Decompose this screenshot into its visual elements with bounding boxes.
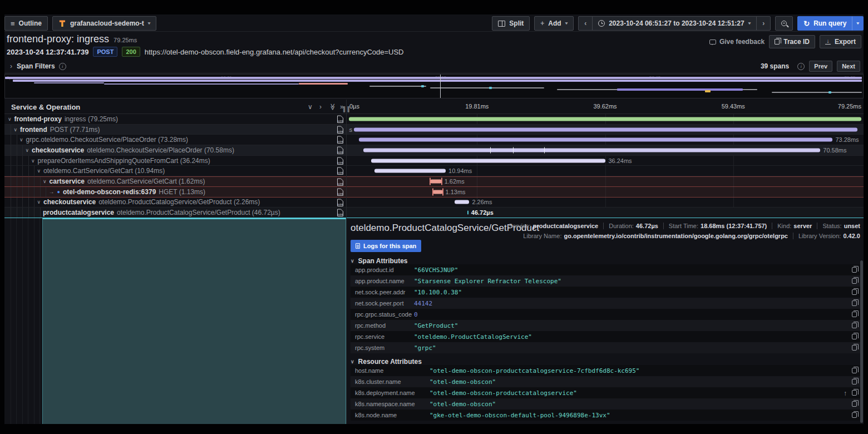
prev-button[interactable]: Prev	[809, 61, 832, 72]
meta-label: Library Name:	[523, 233, 561, 239]
span-filters-label[interactable]: Span Filters	[17, 62, 55, 70]
span-row[interactable]: →●otel-demo-obscon-redis:6379HGET (1.13m…	[4, 187, 864, 198]
copy-icon[interactable]	[852, 289, 857, 295]
attribute-key: k8s.namespace.name	[355, 401, 430, 407]
span-event-tick	[544, 147, 545, 153]
zoom-out-button[interactable]	[775, 16, 793, 31]
span-tree-cell[interactable]: ∨oteldemo.CartService/GetCart (10.94ms)	[4, 166, 346, 176]
copy-icon[interactable]	[852, 312, 857, 317]
span-row[interactable]: ∨frontend-proxyingress (79.25ms)LOG	[4, 114, 864, 125]
span-row[interactable]: ∨frontendPOST (77.71ms)LOG77.71ms	[4, 125, 864, 135]
chevron-down-icon[interactable]: ∨	[31, 158, 35, 164]
span-duration-bar[interactable]	[430, 180, 442, 184]
span-duration-bar[interactable]	[467, 211, 468, 215]
time-shift-forward-button[interactable]: ›	[756, 16, 771, 31]
logs-for-span-button[interactable]: Logs for this span	[351, 240, 421, 252]
datasource-picker[interactable]: grafanacloud-sedemo-t ▾	[52, 16, 156, 31]
copy-icon[interactable]	[852, 334, 857, 339]
copy-icon[interactable]	[852, 323, 857, 328]
scrollbar[interactable]	[860, 260, 863, 423]
give-feedback-link[interactable]: Give feedback	[709, 38, 765, 46]
export-button[interactable]: ↓ Export	[820, 35, 861, 48]
span-tree-cell[interactable]: ∨checkoutserviceoteldemo.ProductCatalogS…	[4, 198, 346, 208]
arrow-right-icon: →	[49, 189, 55, 195]
span-tree-cell[interactable]: →●otel-demo-obscon-redis:6379HGET (1.13m…	[4, 187, 346, 197]
time-shift-back-button[interactable]: ‹	[578, 16, 593, 31]
span-row[interactable]: ∨oteldemo.CartService/GetCart (10.94ms)L…	[4, 166, 864, 176]
span-duration-bar[interactable]	[433, 190, 442, 194]
span-duration-bar[interactable]	[371, 159, 606, 162]
chevron-down-icon: ▾	[148, 21, 151, 26]
span-duration-bar[interactable]	[455, 200, 470, 204]
span-row[interactable]: ∨prepareOrderItemsAndShippingQuoteFromCa…	[4, 156, 864, 166]
svg-text:LOG: LOG	[338, 193, 343, 195]
copy-icon[interactable]	[852, 412, 857, 418]
outline-button[interactable]: ≡ Outline	[4, 16, 48, 31]
run-query-dropdown[interactable]: ▾	[852, 16, 864, 31]
add-button[interactable]: + Add ▾	[534, 16, 574, 31]
span-duration-bar[interactable]	[374, 169, 446, 173]
run-query-button[interactable]: ↻ Run query	[797, 16, 852, 31]
attribute-row: host.name"otel-demo-obscon-productcatalo…	[351, 365, 861, 376]
chevron-down-icon[interactable]: ∨	[8, 116, 12, 122]
span-tree-cell[interactable]: ∨frontendPOST (77.71ms)	[4, 125, 346, 135]
span-tree-cell[interactable]: ∨cartserviceoteldemo.CartService/GetCart…	[4, 177, 346, 186]
span-tree-cell[interactable]: productcatalogserviceoteldemo.ProductCat…	[4, 208, 346, 218]
chevron-down-icon[interactable]: ∨	[14, 127, 18, 132]
expand-one-icon[interactable]: ›	[319, 103, 322, 111]
span-duration-bar[interactable]	[359, 138, 832, 142]
span-filters-bar: › Span Filters i 39 spans i Prev Next	[4, 60, 864, 73]
span-attributes-section[interactable]: ∨ Span Attributes	[351, 257, 408, 265]
span-duration-bar[interactable]	[363, 148, 821, 152]
pane-splitter[interactable]	[346, 100, 347, 424]
clock-icon	[598, 20, 605, 27]
copy-icon[interactable]	[852, 390, 857, 396]
span-tree-cell[interactable]: ∨frontend-proxyingress (79.25ms)	[4, 114, 346, 124]
span-row[interactable]: ∨grpc.oteldemo.CheckoutService/PlaceOrde…	[4, 135, 864, 145]
span-row[interactable]: productcatalogserviceoteldemo.ProductCat…	[4, 208, 864, 218]
trace-id-button[interactable]: Trace ID	[769, 35, 815, 48]
span-duration-bar[interactable]	[354, 127, 857, 131]
scroll-to-top-icon[interactable]: ↑	[844, 389, 847, 397]
chevron-down-icon[interactable]: ∨	[43, 179, 47, 184]
chevron-right-icon[interactable]: ›	[10, 62, 12, 70]
span-duration-bar[interactable]	[349, 117, 861, 121]
toolbar-divider	[4, 31, 864, 32]
copy-icon[interactable]	[852, 300, 857, 306]
meta-value: 18.68ms (12:37:41.757)	[701, 223, 767, 229]
span-tree-cell[interactable]: ∨checkoutserviceoteldemo.CheckoutService…	[4, 145, 346, 155]
copy-icon[interactable]	[852, 278, 857, 284]
resource-attributes-table: host.name"otel-demo-obscon-productcatalo…	[351, 365, 861, 421]
next-button[interactable]: Next	[837, 61, 860, 72]
minimap-span-segment	[617, 88, 743, 91]
minimap-span-segment	[34, 82, 104, 83]
meta-line-1: Service:productcatalogserviceDuration:46…	[509, 223, 860, 229]
copy-icon[interactable]	[852, 401, 857, 407]
chevron-down-icon[interactable]: ∨	[26, 147, 29, 153]
span-operation-name: ingress (79.25ms)	[65, 115, 118, 123]
collapse-one-icon[interactable]: ∨	[308, 103, 313, 111]
copy-icon[interactable]	[852, 368, 857, 373]
collapse-all-icon[interactable]: ≫	[329, 103, 337, 111]
span-operation-name: grpc.oteldemo.CheckoutService/PlaceOrder…	[26, 136, 188, 144]
minimap-span-segment	[104, 83, 299, 85]
trace-minimap[interactable]: 0µs19.81ms39.62ms59.43ms79.25ms	[4, 74, 864, 98]
chevron-down-icon[interactable]: ∨	[37, 199, 41, 205]
attribute-value: 0	[414, 311, 418, 318]
span-row[interactable]: ∨checkoutserviceoteldemo.CheckoutService…	[4, 145, 864, 156]
axis-tick-label: 79.25ms	[838, 103, 861, 110]
span-row[interactable]: ∨checkoutserviceoteldemo.ProductCatalogS…	[4, 198, 864, 208]
time-range-picker[interactable]: 2023-10-24 06:51:27 to 2023-10-24 12:51:…	[592, 16, 757, 31]
copy-icon[interactable]	[852, 379, 857, 384]
span-tree-cell[interactable]: ∨grpc.oteldemo.CheckoutService/PlaceOrde…	[4, 135, 346, 145]
copy-icon[interactable]	[852, 345, 857, 351]
info-icon[interactable]: i	[797, 63, 805, 70]
split-button[interactable]: Split	[492, 16, 530, 31]
copy-icon[interactable]	[852, 267, 857, 273]
chevron-down-icon[interactable]: ∨	[19, 137, 23, 142]
resource-attributes-section[interactable]: ∨ Resource Attributes	[351, 358, 422, 366]
info-icon[interactable]: i	[59, 63, 66, 70]
span-row[interactable]: ∨cartserviceoteldemo.CartService/GetCart…	[4, 176, 864, 187]
chevron-down-icon[interactable]: ∨	[37, 168, 41, 174]
span-tree-cell[interactable]: ∨prepareOrderItemsAndShippingQuoteFromCa…	[4, 156, 346, 166]
